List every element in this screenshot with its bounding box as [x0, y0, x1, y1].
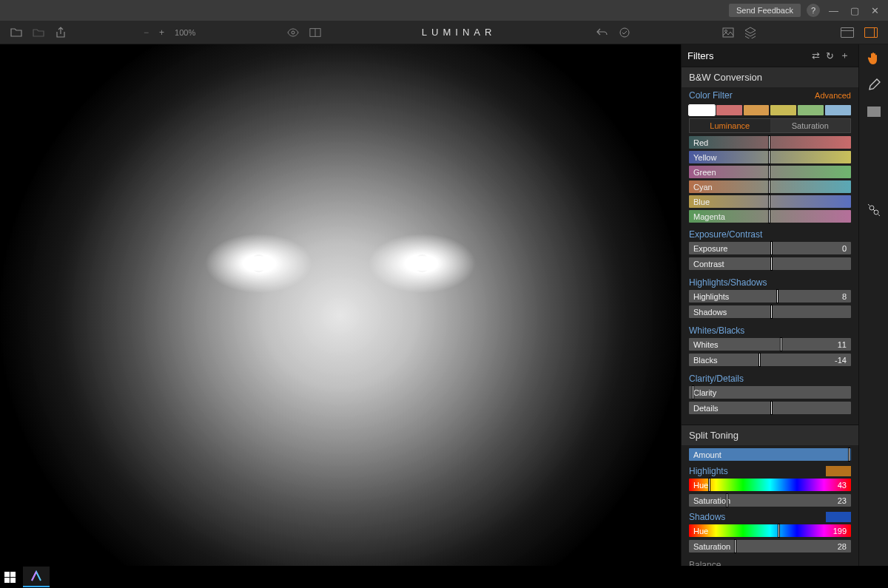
titlebar: Send Feedback ? — ▢ ✕ — [0, 0, 888, 21]
undo-icon[interactable] — [596, 27, 608, 38]
bw-section-title[interactable]: B&W Conversion — [682, 67, 858, 87]
layout-side-icon[interactable] — [864, 27, 878, 38]
taskbar-app-luminar[interactable] — [23, 567, 50, 587]
slider-value: 0 — [842, 244, 847, 253]
slider-amount[interactable]: Amount — [689, 448, 851, 461]
tool-column — [858, 44, 888, 566]
history-icon[interactable] — [619, 27, 630, 38]
slider-highlights-sat[interactable]: Saturation 23 — [689, 494, 851, 507]
minimize-button[interactable]: — — [826, 5, 841, 16]
swatch-2[interactable] — [744, 105, 770, 115]
panel-refresh-icon[interactable]: ↻ — [823, 50, 837, 61]
channel-label: Cyan — [693, 183, 713, 192]
group-title: Highlights/Shadows — [682, 273, 858, 290]
slider-exposure[interactable]: Exposure0 — [689, 242, 851, 254]
svg-point-3 — [620, 28, 629, 37]
slider-label: Saturation — [693, 542, 730, 551]
portrait-image — [0, 44, 681, 566]
layout-top-icon[interactable] — [841, 27, 854, 38]
channel-label: Red — [693, 138, 708, 147]
slider-contrast[interactable]: Contrast — [689, 257, 851, 270]
slider-value: 43 — [838, 481, 847, 490]
tab-luminance[interactable]: Luminance — [690, 119, 770, 132]
channel-label: Blue — [693, 197, 710, 206]
compare-icon[interactable] — [309, 27, 321, 38]
slider-value: 28 — [838, 542, 847, 551]
channel-yellow[interactable]: Yellow — [689, 151, 851, 163]
slider-highlights-hue[interactable]: Hue 43 — [689, 479, 851, 491]
slider-highlights[interactable]: Highlights8 — [689, 290, 851, 303]
slider-shadows-sat[interactable]: Saturation 28 — [689, 540, 851, 552]
layers-icon[interactable] — [744, 27, 756, 38]
channel-red[interactable]: Red — [689, 136, 851, 149]
channel-green[interactable]: Green — [689, 166, 851, 178]
slider-label: Details — [693, 404, 719, 413]
slider-label: Highlights — [693, 292, 729, 301]
preview-icon[interactable] — [287, 27, 299, 38]
windows-taskbar — [0, 566, 888, 588]
advanced-toggle[interactable]: Advanced — [815, 91, 851, 100]
svg-rect-13 — [10, 572, 16, 577]
group-title: Exposure/Contrast — [682, 225, 858, 242]
crop-tool-icon[interactable] — [866, 202, 882, 218]
split-shadows-label: Shadows — [689, 512, 725, 522]
hand-tool-icon[interactable] — [866, 50, 882, 67]
send-feedback-button[interactable]: Send Feedback — [729, 4, 801, 17]
channel-label: Magenta — [693, 212, 725, 221]
channel-cyan[interactable]: Cyan — [689, 180, 851, 193]
slider-label: Clarity — [693, 388, 716, 397]
slider-shadows[interactable]: Shadows — [689, 305, 851, 318]
channel-magenta[interactable]: Magenta — [689, 210, 851, 223]
slider-blacks[interactable]: Blacks-14 — [689, 354, 851, 366]
swatch-4[interactable] — [798, 105, 824, 115]
filters-panel: Filters ⇄ ↻ ＋ B&W Conversion Color Filte… — [681, 44, 858, 566]
open-file-icon[interactable] — [10, 27, 22, 38]
swatch-5[interactable] — [825, 105, 851, 115]
image-canvas[interactable] — [0, 44, 681, 566]
svg-rect-4 — [723, 28, 733, 37]
zoom-in-button[interactable]: + — [159, 27, 164, 38]
slider-shadows-hue[interactable]: Hue 199 — [689, 524, 851, 537]
split-section-title[interactable]: Split Toning — [682, 425, 858, 445]
slider-label: Amount — [693, 450, 722, 459]
zoom-out-button[interactable]: − — [144, 27, 149, 38]
svg-line-9 — [873, 209, 875, 211]
close-button[interactable]: ✕ — [868, 5, 882, 16]
slider-value: 199 — [833, 527, 847, 535]
svg-rect-6 — [867, 107, 881, 117]
balance-label: Balance — [682, 555, 858, 566]
slider-whites[interactable]: Whites11 — [689, 338, 851, 351]
maximize-button[interactable]: ▢ — [847, 5, 862, 16]
slider-value: 23 — [838, 496, 847, 505]
zoom-level[interactable]: 100% — [175, 28, 195, 37]
start-button[interactable] — [4, 572, 16, 583]
channel-blue[interactable]: Blue — [689, 195, 851, 208]
shadows-color-chip[interactable] — [826, 512, 851, 522]
swatch-1[interactable] — [716, 105, 742, 115]
recent-files-icon[interactable] — [33, 27, 44, 38]
svg-rect-14 — [4, 578, 10, 583]
slider-value: 11 — [838, 340, 847, 349]
split-highlights-label: Highlights — [689, 466, 728, 476]
slider-value: 8 — [842, 292, 847, 301]
tab-saturation[interactable]: Saturation — [770, 119, 851, 132]
brush-tool-icon[interactable] — [866, 77, 882, 93]
slider-clarity[interactable]: Clarity — [689, 386, 851, 399]
export-icon[interactable] — [55, 27, 67, 38]
slider-label: Shadows — [693, 308, 727, 317]
panel-presets-icon[interactable]: ⇄ — [809, 50, 823, 61]
slider-value: -14 — [835, 356, 847, 365]
gradient-tool-icon[interactable] — [866, 104, 882, 120]
slider-label: Whites — [693, 340, 719, 349]
channel-label: Green — [693, 168, 716, 177]
app-brand: LUMINAR — [422, 27, 497, 38]
swatch-0[interactable] — [689, 105, 715, 115]
slider-details[interactable]: Details — [689, 402, 851, 414]
slider-label: Exposure — [693, 244, 727, 253]
svg-rect-12 — [4, 572, 10, 577]
help-button[interactable]: ? — [807, 4, 820, 17]
highlights-color-chip[interactable] — [826, 466, 851, 476]
panel-add-icon[interactable]: ＋ — [837, 49, 852, 62]
image-icon[interactable] — [722, 27, 734, 38]
swatch-3[interactable] — [770, 105, 796, 115]
